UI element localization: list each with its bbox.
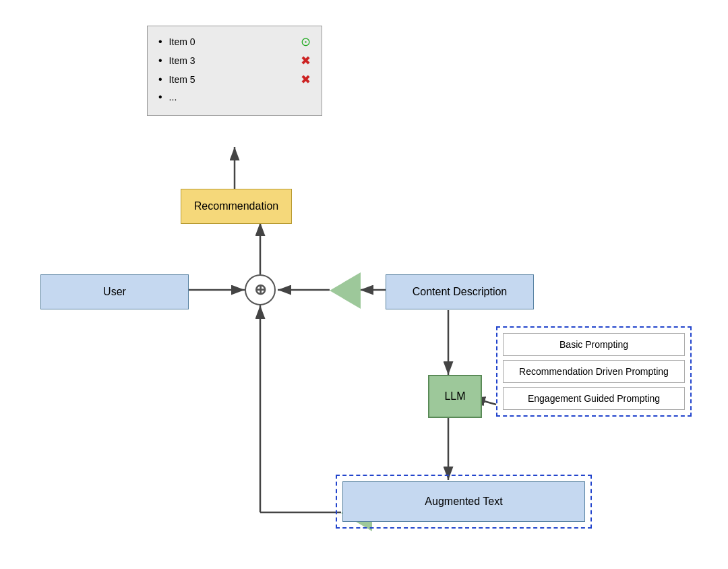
- list-item: • ...: [158, 91, 311, 103]
- x-icon: ✖: [301, 72, 311, 87]
- list-item: • Item 0 ⊙: [158, 34, 311, 49]
- check-icon: ⊙: [301, 34, 311, 49]
- content-description-box: Content Description: [386, 274, 534, 309]
- list-item: • Item 3 ✖: [158, 53, 311, 68]
- basic-prompting-option: Basic Prompting: [503, 333, 685, 356]
- item-list-box: • Item 0 ⊙ • Item 3 ✖ • Item 5 ✖ • ...: [147, 26, 322, 116]
- triangle-filter-1: [330, 272, 361, 309]
- llm-box: LLM: [428, 375, 482, 418]
- recommendation-box: Recommendation: [181, 189, 292, 224]
- augmented-text-box: Augmented Text: [336, 475, 592, 529]
- engagement-guided-option: Engagement Guided Prompting: [503, 387, 685, 410]
- x-icon: ✖: [301, 53, 311, 68]
- circle-plus-combiner: ⊕: [245, 274, 276, 305]
- list-item: • Item 5 ✖: [158, 72, 311, 87]
- recommendation-driven-option: Recommendation Driven Prompting: [503, 360, 685, 383]
- augmented-text-inner-box: Augmented Text: [342, 481, 585, 522]
- user-box: User: [40, 274, 189, 309]
- prompting-options-box: Basic Prompting Recommendation Driven Pr…: [496, 326, 692, 417]
- diagram: • Item 0 ⊙ • Item 3 ✖ • Item 5 ✖ • ... R…: [0, 0, 728, 569]
